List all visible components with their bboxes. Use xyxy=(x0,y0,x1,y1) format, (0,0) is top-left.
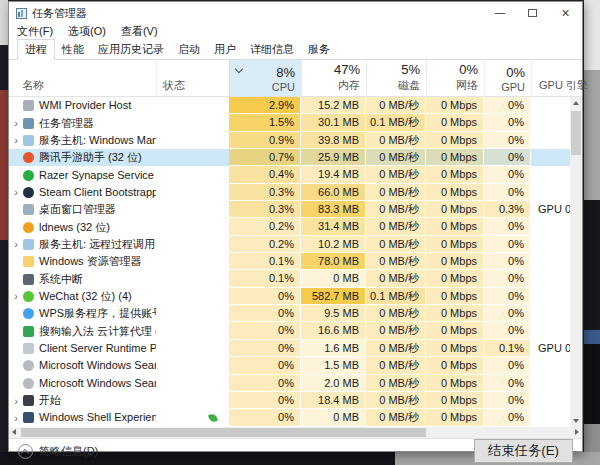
process-icon xyxy=(23,135,34,146)
cpu-cell: 0.1% xyxy=(229,270,301,287)
net-cell: 0 Mbps xyxy=(426,392,484,409)
tab-startup[interactable]: 启动 xyxy=(171,40,207,59)
process-row[interactable]: › 腾讯手游助手 (32 位) 0.7% 25.9 MB 0 MB/秒 0 Mb… xyxy=(9,149,570,166)
tab-app-history[interactable]: 应用历史记录 xyxy=(91,40,171,59)
column-total-percent: 0% xyxy=(429,62,478,77)
column-header-name[interactable]: 名称 xyxy=(9,60,156,96)
menu-item-options[interactable]: 选项(O) xyxy=(68,24,106,39)
disk-cell: 0 MB/秒 xyxy=(366,305,426,322)
net-cell: 0 Mbps xyxy=(426,236,484,253)
menu-bar: 文件(F)选项(O)查看(V) xyxy=(9,24,582,39)
process-icon xyxy=(23,204,34,215)
process-row[interactable]: › 服务主机: 远程过程调用 (2) 0.2% 10.2 MB 0 MB/秒 0… xyxy=(9,236,570,253)
process-icon xyxy=(23,170,34,181)
fewer-details-toggle[interactable]: 简略信息(D) xyxy=(18,444,98,459)
process-row[interactable]: › Client Server Runtime Process 0% 1.6 M… xyxy=(9,340,570,357)
tab-performance[interactable]: 性能 xyxy=(55,40,91,59)
column-header-status[interactable]: 状态 xyxy=(156,60,229,96)
expand-icon[interactable]: › xyxy=(10,184,22,200)
process-row[interactable]: › WMI Provider Host 2.9% 15.2 MB 0 MB/秒 … xyxy=(9,97,570,114)
footer-bar: 简略信息(D) 结束任务(E) xyxy=(9,438,582,463)
process-list-area: › WMI Provider Host 2.9% 15.2 MB 0 MB/秒 … xyxy=(9,97,582,427)
column-header-gpueng[interactable]: GPU 引擎 xyxy=(531,60,594,96)
process-row[interactable]: › WPS服务程序，提供账号登录... 0% 9.5 MB 0 MB/秒 0 M… xyxy=(9,305,570,322)
tab-processes[interactable]: 进程 xyxy=(17,39,55,60)
expand-icon[interactable]: › xyxy=(10,115,22,131)
disk-cell: 0 MB/秒 xyxy=(366,340,426,357)
scrollbar-up-button[interactable] xyxy=(570,97,582,109)
column-header-cpu[interactable]: 8% CPU xyxy=(229,60,301,96)
end-task-button[interactable]: 结束任务(E) xyxy=(474,439,573,463)
process-name: Steam Client Bootstrapper (... xyxy=(39,184,156,201)
gpu-engine-cell xyxy=(531,357,570,374)
desktop-background xyxy=(584,330,600,344)
column-header-disk[interactable]: 5% 磁盘 xyxy=(366,60,426,96)
process-row[interactable]: › 桌面窗口管理器 0.3% 83.3 MB 0 MB/秒 0 Mbps 0.3… xyxy=(9,201,570,218)
process-row[interactable]: › 搜狗输入法 云计算代理 (32 位) 0% 16.6 MB 0 MB/秒 0… xyxy=(9,322,570,339)
mem-cell: 78.0 MB xyxy=(301,253,366,270)
column-total-percent: 5% xyxy=(369,62,420,77)
vertical-scrollbar[interactable] xyxy=(570,97,582,427)
gpu-cell: 0% xyxy=(484,305,531,322)
net-cell: 0 Mbps xyxy=(426,340,484,357)
close-button[interactable]: × xyxy=(549,2,582,24)
gpu-engine-cell xyxy=(531,409,570,426)
vertical-scrollbar-thumb[interactable] xyxy=(571,111,581,155)
scroll-right-icon[interactable] xyxy=(575,429,579,435)
column-header-net[interactable]: 0% 网络 xyxy=(426,60,484,96)
name-cell: › 服务主机: 远程过程调用 (2) xyxy=(9,236,156,253)
disk-cell: 0 MB/秒 xyxy=(366,218,426,235)
net-cell: 0 Mbps xyxy=(426,288,484,305)
title-bar[interactable]: 任务管理器 × xyxy=(9,2,582,24)
expand-icon[interactable]: › xyxy=(10,236,22,252)
process-row[interactable]: › WeChat (32 位) (4) 0% 582.7 MB 0.1 MB/秒… xyxy=(9,288,570,305)
tab-details[interactable]: 详细信息 xyxy=(243,40,301,59)
process-row[interactable]: › 开始 0% 18.4 MB 0 MB/秒 0 Mbps 0% xyxy=(9,392,570,409)
gpu-cell: 0% xyxy=(484,357,531,374)
gpu-cell: 0% xyxy=(484,132,531,149)
process-row[interactable]: › 系统中断 0.1% 0 MB 0 MB/秒 0 Mbps 0% xyxy=(9,270,570,287)
gpu-engine-cell: GPU 0 - 3D xyxy=(531,201,570,218)
expand-icon[interactable]: › xyxy=(10,410,22,426)
status-cell xyxy=(156,322,229,339)
cpu-cell: 0.9% xyxy=(229,132,301,149)
tab-services[interactable]: 服务 xyxy=(301,40,337,59)
process-row[interactable]: › Windows Shell Experience 主... 0% 0 MB … xyxy=(9,409,570,426)
horizontal-scrollbar-thumb[interactable] xyxy=(21,428,426,437)
process-row[interactable]: › Steam Client Bootstrapper (... 0.3% 66… xyxy=(9,184,570,201)
column-header-gpu[interactable]: 0% GPU xyxy=(484,60,531,96)
net-cell: 0 Mbps xyxy=(426,201,484,218)
mem-cell: 19.4 MB xyxy=(301,166,366,183)
scroll-left-icon[interactable] xyxy=(12,429,16,435)
process-row[interactable]: › Windows 资源管理器 0.1% 78.0 MB 0 MB/秒 0 Mb… xyxy=(9,253,570,270)
expand-icon[interactable]: › xyxy=(10,393,22,409)
process-row[interactable]: › 服务主机: Windows Manage... 0.9% 39.8 MB 0… xyxy=(9,132,570,149)
menu-item-view[interactable]: 查看(V) xyxy=(121,24,158,39)
minimize-button[interactable] xyxy=(483,2,516,24)
name-cell: › WeChat (32 位) (4) xyxy=(9,288,156,305)
process-row[interactable]: › Microsoft Windows Search P... 0% 2.0 M… xyxy=(9,375,570,392)
gpu-engine-cell xyxy=(531,166,570,183)
net-cell: 0 Mbps xyxy=(426,166,484,183)
tab-users[interactable]: 用户 xyxy=(207,40,243,59)
window-title: 任务管理器 xyxy=(32,6,87,21)
maximize-button[interactable] xyxy=(516,2,549,24)
process-row[interactable]: › 任务管理器 1.5% 30.1 MB 0.1 MB/秒 0 Mbps 0% xyxy=(9,114,570,131)
gpu-engine-cell xyxy=(531,253,570,270)
expand-icon[interactable]: › xyxy=(10,288,22,304)
column-header-mem[interactable]: 47% 内存 xyxy=(301,60,366,96)
expand-icon[interactable]: › xyxy=(10,132,22,148)
process-row[interactable]: › ldnews (32 位) 0.2% 31.4 MB 0 MB/秒 0 Mb… xyxy=(9,218,570,235)
minimize-icon xyxy=(495,13,505,14)
horizontal-scrollbar[interactable] xyxy=(9,427,582,438)
process-row[interactable]: › Razer Synapse Service Proce... 0.4% 19… xyxy=(9,166,570,183)
net-cell: 0 Mbps xyxy=(426,270,484,287)
menu-item-file[interactable]: 文件(F) xyxy=(17,24,53,39)
disk-cell: 0 MB/秒 xyxy=(366,97,426,114)
net-cell: 0 Mbps xyxy=(426,409,484,426)
chevron-down-icon xyxy=(573,419,579,423)
net-cell: 0 Mbps xyxy=(426,357,484,374)
process-row[interactable]: › Microsoft Windows Search F... 0% 1.5 M… xyxy=(9,357,570,374)
column-label: GPU 引擎 xyxy=(539,78,588,93)
disk-cell: 0 MB/秒 xyxy=(366,166,426,183)
